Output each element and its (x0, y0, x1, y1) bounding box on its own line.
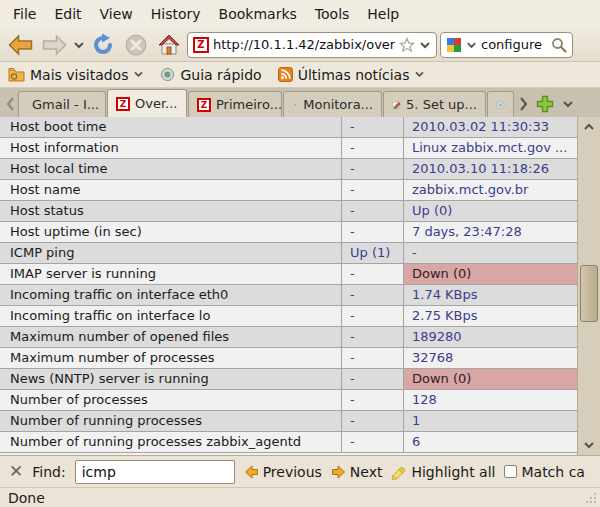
item-middle-cell[interactable]: - (342, 180, 404, 200)
scroll-up-button[interactable] (578, 117, 600, 137)
table-row[interactable]: Number of processes - 128 (0, 390, 577, 411)
item-middle-cell[interactable]: - (342, 348, 404, 368)
item-middle-cell[interactable]: - (342, 264, 404, 284)
table-row[interactable]: Maximum number of opened files - 189280 (0, 327, 577, 348)
tab-scroll-left-button[interactable] (2, 91, 18, 117)
item-value-cell[interactable]: Down (0) (404, 264, 577, 284)
item-middle-cell[interactable]: - (342, 222, 404, 242)
menu-edit[interactable]: Edit (45, 2, 90, 26)
menu-view[interactable]: View (91, 2, 142, 26)
tab-primeiro[interactable]: Z Primeiro... (188, 91, 282, 117)
bookmark-guia-rapido[interactable]: Guia rápido (160, 67, 261, 83)
new-tab-button[interactable] (532, 91, 558, 117)
tab-label: Primeiro... (216, 97, 282, 112)
reload-button[interactable] (88, 30, 118, 60)
item-middle-cell[interactable]: - (342, 306, 404, 326)
find-input[interactable] (75, 460, 235, 484)
table-row[interactable]: Maximum number of processes - 32768 (0, 348, 577, 369)
search-magnifier-icon[interactable] (551, 37, 567, 53)
table-row[interactable]: ICMP ping Up (1) - (0, 243, 577, 264)
item-value-cell[interactable]: 1 (404, 411, 577, 431)
search-input[interactable]: configure (481, 37, 547, 52)
item-middle-cell[interactable]: - (342, 201, 404, 221)
table-row[interactable]: Host uptime (in sec) - 7 days, 23:47:28 (0, 222, 577, 243)
item-value-cell[interactable]: Linux zabbix.mct.gov ... (404, 138, 577, 158)
table-row[interactable]: News (NNTP) server is running - Down (0) (0, 369, 577, 390)
item-middle-cell[interactable]: - (342, 369, 404, 389)
item-middle-cell[interactable]: - (342, 327, 404, 347)
highlight-all-button[interactable]: Highlight all (391, 464, 495, 480)
item-middle-cell[interactable]: - (342, 285, 404, 305)
resize-grip[interactable] (585, 492, 598, 505)
item-value-cell[interactable]: 2010.03.02 11:30:33 (404, 117, 577, 137)
menu-tools[interactable]: Tools (306, 2, 359, 26)
back-history-dropdown[interactable] (73, 41, 85, 49)
tab-overview-active[interactable]: Z Over... ✖ (107, 89, 187, 117)
stop-button[interactable] (121, 30, 151, 60)
match-case-option[interactable]: Match ca (504, 464, 584, 480)
scrollbar-thumb[interactable] (580, 265, 598, 322)
find-next-button[interactable]: Next (331, 464, 383, 480)
item-middle-cell[interactable]: - (342, 117, 404, 137)
table-row[interactable]: Host information - Linux zabbix.mct.gov … (0, 138, 577, 159)
menu-history[interactable]: History (142, 2, 210, 26)
list-all-tabs-button[interactable] (558, 91, 578, 117)
item-value-cell[interactable]: 2.75 KBps (404, 306, 577, 326)
table-row[interactable]: Host name - zabbix.mct.gov.br (0, 180, 577, 201)
item-value-cell[interactable]: 32768 (404, 348, 577, 368)
tab-scroll-right-button[interactable] (515, 91, 532, 117)
item-middle-cell[interactable]: - (342, 159, 404, 179)
bookmark-ultimas-noticias[interactable]: Últimas notícias (278, 67, 426, 83)
table-row[interactable]: Incoming traffic on interface lo - 2.75 … (0, 306, 577, 327)
tab-close-icon[interactable]: ✖ (184, 96, 187, 111)
item-value-cell[interactable]: 6 (404, 432, 577, 452)
table-row[interactable]: Incoming traffic on interface eth0 - 1.7… (0, 285, 577, 306)
find-close-icon[interactable]: ✕ (9, 463, 23, 480)
item-value-cell[interactable]: zabbix.mct.gov.br (404, 180, 577, 200)
item-value-cell[interactable]: 7 days, 23:47:28 (404, 222, 577, 242)
item-value-cell[interactable]: 128 (404, 390, 577, 410)
menu-bookmarks[interactable]: Bookmarks (210, 2, 306, 26)
menu-file[interactable]: File (4, 2, 45, 26)
item-middle-cell[interactable]: - (342, 138, 404, 158)
vertical-scrollbar[interactable] (577, 117, 600, 455)
table-row[interactable]: Number of running processes zabbix_agent… (0, 432, 577, 453)
home-button[interactable] (154, 30, 184, 60)
search-box[interactable]: configure (440, 32, 573, 58)
menu-help[interactable]: Help (358, 2, 408, 26)
rss-icon (278, 67, 293, 82)
item-value-cell[interactable]: Down (0) (404, 369, 577, 389)
tab-gmail[interactable]: Gmail - I... (18, 91, 106, 117)
url-text[interactable]: http://10.1.1.42/zabbix/overv (213, 37, 395, 52)
item-value-cell[interactable]: 189280 (404, 327, 577, 347)
url-bar[interactable]: Z http://10.1.1.42/zabbix/overv (187, 32, 437, 58)
tab-set-up[interactable]: 5. Set up... (383, 91, 486, 117)
bookmark-star-icon[interactable] (399, 37, 415, 53)
table-row[interactable]: IMAP server is running - Down (0) (0, 264, 577, 285)
url-dropdown-icon[interactable] (419, 41, 431, 49)
item-value-cell[interactable]: Up (0) (404, 201, 577, 221)
forward-button[interactable] (39, 30, 70, 60)
item-value-cell[interactable]: 2010.03.10 11:18:26 (404, 159, 577, 179)
bookmark-mais-visitados[interactable]: Mais visitados (8, 67, 144, 83)
back-button[interactable] (5, 30, 36, 60)
engine-dropdown-icon[interactable] (466, 41, 477, 49)
item-middle-cell[interactable]: - (342, 411, 404, 431)
item-name-cell: Number of running processes (0, 411, 342, 431)
item-middle-cell[interactable]: Up (1) (342, 243, 404, 263)
scroll-down-button[interactable] (578, 435, 600, 455)
table-row[interactable]: Number of running processes - 1 (0, 411, 577, 432)
item-middle-cell[interactable]: - (342, 390, 404, 410)
table-row[interactable]: Host local time - 2010.03.10 11:18:26 (0, 159, 577, 180)
table-row[interactable]: Host boot time - 2010.03.02 11:30:33 (0, 117, 577, 138)
item-value-cell[interactable]: - (404, 243, 577, 263)
tab-partial[interactable] (487, 91, 514, 117)
table-row[interactable]: Host status - Up (0) (0, 201, 577, 222)
item-value-cell[interactable]: 1.74 KBps (404, 285, 577, 305)
google-engine-icon (446, 37, 462, 53)
match-case-checkbox[interactable] (504, 465, 517, 478)
find-previous-button[interactable]: Previous (244, 464, 322, 480)
bookmark-label: Guia rápido (180, 67, 261, 83)
item-middle-cell[interactable]: - (342, 432, 404, 452)
tab-monitora[interactable]: Monitora... (283, 91, 382, 117)
